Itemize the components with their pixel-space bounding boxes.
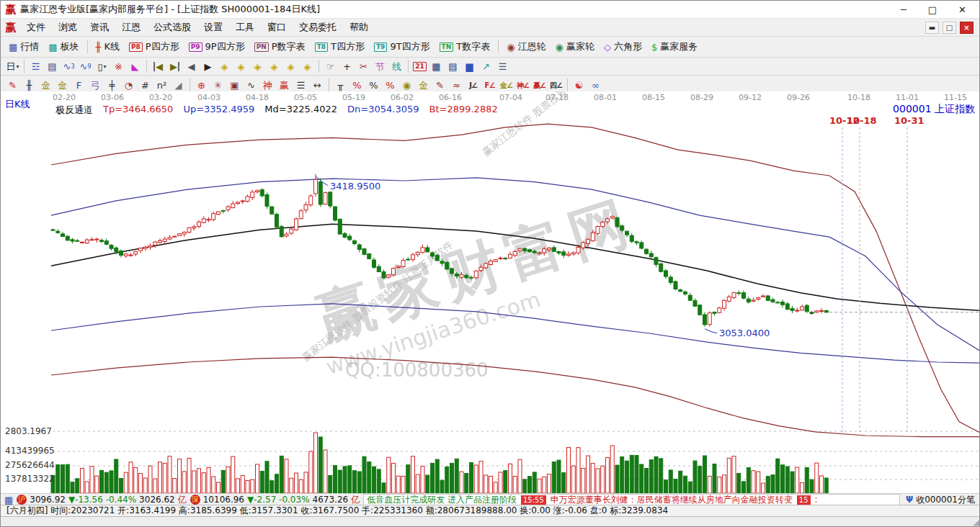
gold-level-tool[interactable]: 金 bbox=[415, 78, 432, 92]
resize-grip[interactable]: ◢ bbox=[974, 518, 979, 527]
fib-percent-tool[interactable]: % bbox=[349, 78, 365, 92]
gold-square-tool[interactable]: 金 bbox=[54, 78, 71, 92]
gann-mark-icon[interactable]: ※ bbox=[110, 59, 127, 73]
kline-chart-canvas[interactable]: 02-2003-0603-2004-0304-1805-0505-1906-02… bbox=[1, 91, 980, 493]
quotes-button[interactable]: ▦行情 bbox=[4, 39, 43, 55]
expand-h-icon[interactable]: ◈ bbox=[249, 59, 266, 73]
first-page-button[interactable]: ◀ bbox=[150, 59, 166, 73]
next-page-button[interactable]: ▶ bbox=[200, 59, 216, 73]
p-number-table-button[interactable]: PNP数字表 bbox=[250, 39, 310, 55]
wave-tool[interactable]: ∿ bbox=[243, 78, 259, 92]
notes-icon[interactable]: ▤ bbox=[445, 59, 461, 73]
ying-angle-tool-glyph: 赢∠ bbox=[533, 81, 545, 90]
menu-交易委托[interactable]: 交易委托 bbox=[293, 19, 343, 35]
ma3-icon[interactable]: ∿3 bbox=[61, 59, 77, 73]
target-circle-tool[interactable]: ⊕ bbox=[193, 78, 210, 92]
yinyang-icon[interactable]: ☯ bbox=[571, 78, 587, 92]
sectors-button[interactable]: ▩板块 bbox=[44, 39, 83, 55]
expand-all-icon[interactable]: ◈ bbox=[282, 59, 299, 73]
color-chart-icon[interactable]: ◣ bbox=[127, 59, 143, 73]
zoom-in-x-icon[interactable]: ◈ bbox=[233, 59, 249, 73]
close-button[interactable]: ✕ bbox=[958, 4, 966, 15]
ink-mark-tool-glyph: ✎ bbox=[436, 81, 444, 90]
t-square-button[interactable]: T8T四方形 bbox=[311, 39, 369, 55]
shen-grid-tool[interactable]: 神 bbox=[259, 78, 276, 92]
cut-tool[interactable]: ✂ bbox=[355, 59, 372, 73]
gann-web-tool[interactable]: ✳ bbox=[210, 78, 226, 92]
info-panel-icon[interactable]: ▤ bbox=[44, 59, 61, 73]
gold-angle-tool[interactable]: 金∠ bbox=[498, 78, 514, 92]
winner-wheel-button[interactable]: ◉赢家轮 bbox=[551, 39, 599, 55]
gann-line-tool[interactable]: 线 bbox=[388, 59, 405, 73]
infinity-icon[interactable]: ∞ bbox=[587, 78, 604, 92]
menu-浏览[interactable]: 浏览 bbox=[52, 19, 84, 35]
ying-grid-tool[interactable]: 赢 bbox=[276, 78, 293, 92]
menu-帮助[interactable]: 帮助 bbox=[343, 19, 375, 35]
hand-tool[interactable]: ☞ bbox=[322, 59, 339, 73]
si-angle-tool[interactable]: 四∠ bbox=[548, 78, 564, 92]
maximize-button[interactable]: □ bbox=[928, 4, 937, 15]
export-icon[interactable]: ↗ bbox=[478, 59, 494, 73]
menu-文件[interactable]: 文件 bbox=[20, 19, 52, 35]
antenna-icon: Ψ bbox=[906, 495, 913, 505]
minimize-button[interactable]: ─ bbox=[901, 4, 906, 15]
angle-wedge-tool[interactable]: ◢ bbox=[170, 78, 187, 92]
ink-mark-tool[interactable]: ✎ bbox=[432, 78, 448, 92]
save-icon[interactable]: ▆ bbox=[461, 59, 478, 73]
arc-tool[interactable]: 弓 bbox=[87, 78, 104, 92]
9p-square-button[interactable]: P99P四方形 bbox=[184, 39, 249, 55]
gold-grid-tool[interactable]: 金 bbox=[37, 78, 54, 92]
zigzag-view-icon[interactable]: ☲ bbox=[27, 59, 44, 73]
calendar-icon[interactable]: 21 bbox=[411, 59, 428, 73]
p-square-button[interactable]: P8P四方形 bbox=[125, 39, 184, 55]
kline-button[interactable]: ╫K线 bbox=[92, 39, 124, 55]
winner-service-button[interactable]: $赢家服务 bbox=[647, 39, 702, 55]
period-day-selector[interactable]: 日▾ bbox=[4, 59, 21, 73]
crosshair-tool[interactable]: + bbox=[339, 59, 355, 73]
f-angle-tool[interactable]: F∠ bbox=[481, 78, 498, 92]
tick-grid-tool[interactable]: # bbox=[137, 78, 153, 92]
menu-公式选股[interactable]: 公式选股 bbox=[147, 19, 197, 35]
9t-square-button[interactable]: T99T四方形 bbox=[370, 39, 435, 55]
shen-angle-tool[interactable]: 神∠ bbox=[514, 78, 531, 92]
percent-level-tool[interactable]: % bbox=[382, 78, 398, 92]
gann-grid-tool[interactable]: ╫ bbox=[21, 78, 37, 92]
doc-close-button[interactable]: × bbox=[960, 22, 974, 34]
percent-tool[interactable]: % bbox=[365, 78, 382, 92]
gold-circle-tool[interactable]: ◉ bbox=[398, 78, 415, 92]
menu-资讯[interactable]: 资讯 bbox=[84, 19, 115, 35]
menu-工具[interactable]: 工具 bbox=[229, 19, 261, 35]
n2-tool[interactable]: n² bbox=[153, 78, 170, 92]
calculator-icon[interactable]: ▦ bbox=[428, 59, 445, 73]
ma9-icon[interactable]: ∿9 bbox=[77, 59, 94, 73]
span-arrow-tool[interactable]: ↔ bbox=[309, 78, 326, 92]
prev-page-button[interactable]: ◀ bbox=[183, 59, 200, 73]
candle-style-icon[interactable]: ▯▾ bbox=[94, 59, 110, 73]
fit-screen-icon[interactable]: ◈ bbox=[299, 59, 316, 73]
t-number-table-button[interactable]: TNT数字表 bbox=[435, 39, 495, 55]
shrink-h-icon[interactable]: ◈ bbox=[266, 59, 282, 73]
wave-band-tool[interactable]: ≈ bbox=[448, 78, 465, 92]
menu-设置[interactable]: 设置 bbox=[197, 19, 229, 35]
doc-minimize-button[interactable]: ▬ bbox=[925, 22, 939, 34]
ying-angle-tool[interactable]: 赢∠ bbox=[531, 78, 548, 92]
doc-restore-button[interactable]: □ bbox=[943, 22, 956, 34]
zoom-out-x-icon[interactable]: ◈ bbox=[216, 59, 233, 73]
spiral-tool[interactable]: ▣ bbox=[226, 78, 243, 92]
print-icon[interactable]: ☰ bbox=[494, 59, 511, 73]
gann-wheel-button[interactable]: ◉江恩轮 bbox=[502, 39, 550, 55]
pen-tool[interactable]: ✎ bbox=[4, 78, 21, 92]
j-angle-tool[interactable]: J∠ bbox=[465, 78, 481, 92]
ruler-tool[interactable]: ☰ bbox=[293, 78, 309, 92]
news-ticker[interactable]: 低音血压计完成研发 进入产品注册阶段 15:55 申万宏源董事长刘健：居民储蓄将… bbox=[363, 494, 900, 505]
festival-line-tool[interactable]: 节 bbox=[372, 59, 388, 73]
last-page-button[interactable]: ▶ bbox=[166, 59, 183, 73]
menu-江恩[interactable]: 江恩 bbox=[115, 19, 147, 35]
f-square-tool[interactable]: F bbox=[71, 78, 87, 92]
price-grid-tool[interactable]: ╪ bbox=[104, 78, 120, 92]
hexagon-button[interactable]: ◇六角形 bbox=[600, 39, 646, 55]
time-cycle-tool[interactable]: ◔ bbox=[120, 78, 137, 92]
menu-窗口[interactable]: 窗口 bbox=[261, 19, 293, 35]
quotes-grid-icon[interactable]: ▦ bbox=[4, 495, 13, 505]
column-grid-tool[interactable]: ╥ bbox=[332, 78, 349, 92]
